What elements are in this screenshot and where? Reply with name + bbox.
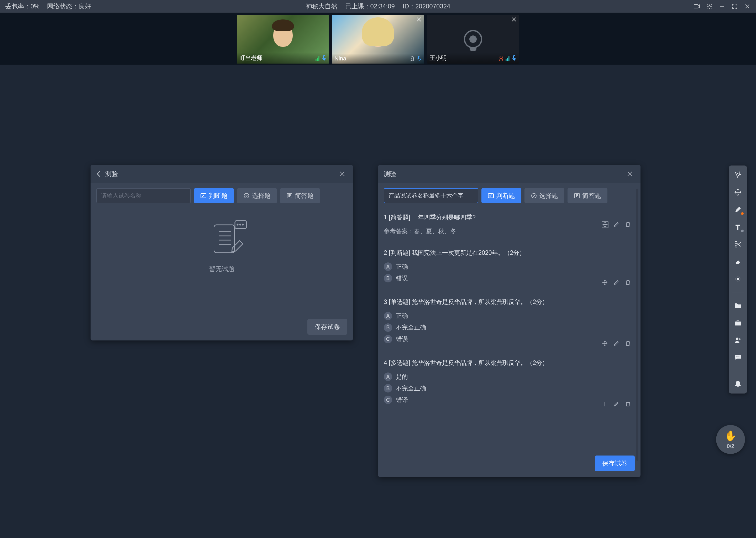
pen-tool-icon[interactable] [733,205,743,214]
question-item: 4 [多选题] 施华洛世奇是反华品牌，所以梁鼎琪反华。（2分） A 是的 B 不… [384,352,632,413]
save-quiz-button[interactable]: 保存试卷 [307,319,347,335]
add-judge-button[interactable]: 判断题 [481,188,521,203]
option-letter: A [384,262,392,271]
svg-point-38 [739,173,740,173]
hand-raise-button[interactable]: ✋ 0/2 [716,425,745,454]
toolbox-icon[interactable] [733,318,743,328]
svg-point-36 [532,193,536,198]
fullscreen-icon[interactable] [731,3,738,10]
question-option[interactable]: B 错误 [384,274,632,282]
move-tool-icon[interactable] [733,188,743,197]
svg-point-49 [737,356,738,357]
edit-icon[interactable] [613,279,620,286]
save-quiz-button[interactable]: 保存试卷 [595,456,635,471]
minimize-icon[interactable] [719,3,726,10]
chat-icon[interactable] [733,353,743,362]
quiz-panel-empty: 测验 判断题 选择题 简答题 [91,165,353,341]
option-text: 不完全正确 [396,323,426,332]
delete-icon[interactable] [625,401,632,408]
svg-point-41 [735,242,737,243]
judge-icon [200,192,207,199]
delete-icon[interactable] [625,279,632,286]
quiz-name-display[interactable]: 产品说试卷名称最多十六个字 [384,188,478,203]
back-icon[interactable] [96,171,104,177]
edit-icon[interactable] [613,340,620,347]
question-option[interactable]: A 正确 [384,312,632,320]
judge-icon [488,192,494,199]
question-option[interactable]: C 错误 [384,335,632,343]
close-window-icon[interactable] [744,3,751,10]
users-icon[interactable] [733,336,743,345]
add-choice-button[interactable]: 选择题 [237,188,277,203]
record-icon[interactable] [693,3,700,10]
move-icon[interactable] [602,340,608,347]
svg-rect-6 [317,58,318,61]
scissors-tool-icon[interactable] [733,240,743,249]
svg-point-50 [739,356,739,357]
bell-icon[interactable] [733,379,743,389]
course-title: 神秘大自然 [306,2,337,11]
option-text: 错译 [396,396,408,404]
packet-loss-label: 丢包率：0% [5,2,40,11]
add-short-answer-button[interactable]: 简答题 [280,188,320,203]
panel-close-icon[interactable] [339,171,347,177]
network-status-label: 网络状态：良好 [47,2,91,11]
svg-point-15 [500,56,502,59]
svg-point-43 [737,278,739,280]
tile-close-icon[interactable] [511,16,517,23]
move-icon[interactable] [602,221,608,228]
signal-icon [505,55,510,61]
hand-icon: ✋ [725,430,737,442]
folder-icon[interactable] [733,301,743,310]
hand-raise-count: 0/2 [727,443,734,449]
add-short-answer-button[interactable]: 简答题 [568,188,607,203]
award-muted-icon [498,55,504,61]
empty-state: 暂无试题 [91,216,353,273]
participant-name: 叮当老师 [239,54,315,62]
add-choice-button[interactable]: 选择题 [525,188,564,203]
selector-tool-icon[interactable] [733,170,743,180]
question-option[interactable]: C 错译 [384,396,632,404]
eraser-tool-icon[interactable] [733,257,743,266]
panel-title: 测验 [105,170,118,178]
svg-rect-45 [735,322,741,325]
laser-tool-icon[interactable] [733,274,743,284]
video-tile-student-camera-off[interactable]: 王小明 [427,15,519,64]
svg-rect-18 [508,56,509,61]
text-tool-icon[interactable] [733,222,743,232]
edit-icon[interactable] [613,401,620,408]
panel-close-icon[interactable] [627,171,635,177]
video-tile-teacher[interactable]: 叮当老师 [237,15,329,64]
quiz-name-input[interactable] [96,188,191,203]
option-text: 错误 [396,274,408,282]
choice-icon [531,192,537,199]
delete-icon[interactable] [625,221,632,228]
delete-icon[interactable] [625,340,632,347]
tile-close-icon[interactable] [416,16,422,23]
question-option[interactable]: B 不完全正确 [384,384,632,393]
add-judge-button[interactable]: 判断题 [194,188,234,203]
whiteboard-toolbar [729,166,747,394]
question-header: 1 [简答题] 一年四季分别是哪四季? [384,213,632,222]
video-participants-row: 叮当老师 Nina 王小明 [0,13,756,65]
option-letter: C [384,396,392,404]
move-icon[interactable] [602,279,608,286]
question-header: 2 [判断题] 我国宪法上一次更新是在2020年。（2分） [384,248,632,257]
option-letter: C [384,335,392,343]
svg-rect-5 [315,59,316,61]
question-option[interactable]: B 不完全正确 [384,323,632,332]
video-tile-student[interactable]: Nina [332,15,424,64]
svg-rect-0 [694,4,698,8]
settings-icon[interactable] [706,3,713,10]
camera-off-icon [464,30,482,48]
svg-point-30 [237,224,238,225]
quiz-name-value: 产品说试卷名称最多十六个字 [389,192,464,200]
question-option[interactable]: A 正确 [384,262,632,271]
question-option[interactable]: A 是的 [384,372,632,381]
edit-icon[interactable] [613,221,620,228]
svg-point-11 [411,56,414,59]
option-text: 不完全正确 [396,384,426,393]
svg-rect-17 [507,58,508,61]
short-answer-icon [286,192,293,199]
move-icon[interactable] [602,401,608,408]
